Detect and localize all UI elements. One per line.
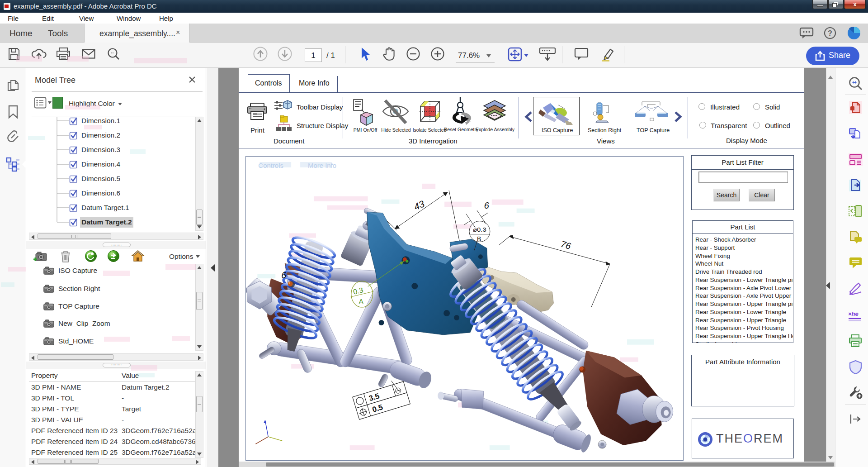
svg-text:6: 6 <box>484 200 490 210</box>
svg-text:More Info: More Info <box>308 162 336 169</box>
svg-text:B: B <box>477 235 481 243</box>
svg-text:×he: ×he <box>848 310 859 317</box>
svg-text:43: 43 <box>412 198 426 212</box>
svg-text:Controls: Controls <box>258 162 283 169</box>
svg-text:76: 76 <box>560 239 572 251</box>
svg-text:0.3: 0.3 <box>352 286 364 296</box>
svg-text:⌀0.3: ⌀0.3 <box>473 226 486 234</box>
svg-text:A: A <box>359 297 363 305</box>
svg-text:6: 6 <box>281 270 287 280</box>
svg-text:?: ? <box>828 29 832 37</box>
